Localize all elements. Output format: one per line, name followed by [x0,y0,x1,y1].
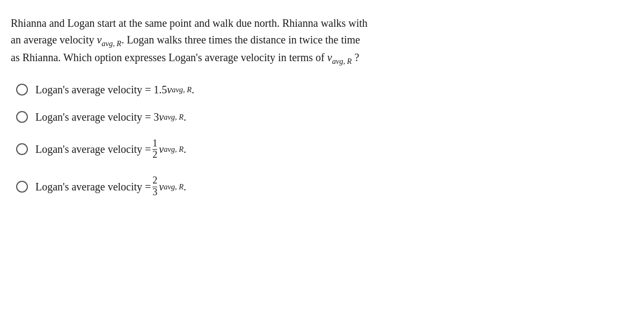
fraction-d: 2 3 [152,175,157,198]
question-line2: an average velocity vavg, R. Logan walks… [11,34,360,46]
question-line1: Rhianna and Logan start at the same poin… [11,17,368,29]
radio-c[interactable] [16,143,28,155]
radio-a[interactable] [16,84,28,95]
question-line3: as Rhianna. Which option expresses Logan… [11,52,359,63]
option-a[interactable]: Logan's average velocity = 1.5 vavg, R . [16,84,623,96]
option-d[interactable]: Logan's average velocity = 2 3 vavg, R. [16,175,623,198]
radio-b[interactable] [16,111,28,123]
option-a-label: Logan's average velocity = 1.5 vavg, R . [35,84,194,96]
option-c[interactable]: Logan's average velocity = 1 2 vavg, R . [16,138,623,161]
option-b-label: Logan's average velocity = 3 vavg, R. [35,111,186,123]
fraction-c: 1 2 [152,138,157,161]
options-container: Logan's average velocity = 1.5 vavg, R .… [11,84,623,198]
option-b[interactable]: Logan's average velocity = 3 vavg, R. [16,111,623,123]
option-d-label: Logan's average velocity = 2 3 vavg, R. [35,175,186,198]
radio-d[interactable] [16,181,28,193]
page-container: Rhianna and Logan start at the same poin… [0,0,644,309]
option-c-label: Logan's average velocity = 1 2 vavg, R . [35,138,186,161]
question-text: Rhianna and Logan start at the same poin… [11,15,601,68]
